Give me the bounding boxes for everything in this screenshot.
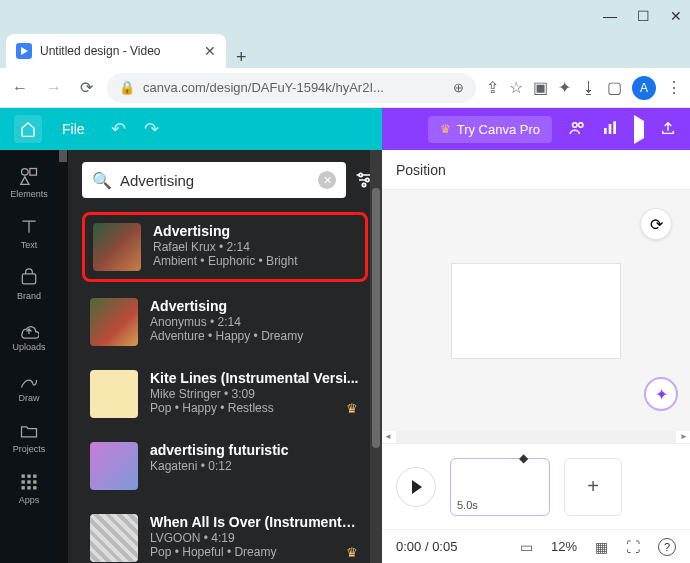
add-clip-button[interactable]: + [564,458,622,516]
app-header: File ↶ ↷ ♛Try Canva Pro [0,108,690,150]
zoom-icon[interactable]: ⊕ [453,80,464,95]
canvas-stage[interactable]: ⟳ ✦ [382,190,690,431]
download-icon[interactable]: ⭳ [581,79,597,97]
profile-avatar[interactable]: A [632,76,656,100]
track-tags: Pop • Happy • Restless [150,401,360,415]
track-item[interactable]: AdvertisingAnonymus • 2:14Adventure • Ha… [82,290,368,354]
maximize-button[interactable]: ☐ [637,8,650,24]
rail-text[interactable]: Text [0,209,58,258]
magic-button[interactable]: ✦ [644,377,678,411]
fullscreen-icon[interactable]: ⛶ [626,539,640,555]
share-button[interactable] [660,120,676,139]
grid-view-icon[interactable]: ▦ [595,539,608,555]
search-input[interactable] [120,172,310,189]
track-tags: Pop • Hopeful • Dreamy [150,545,360,559]
rail-uploads[interactable]: Uploads [0,311,58,360]
redo-icon[interactable]: ↷ [144,118,159,140]
svg-rect-4 [609,124,612,134]
svg-rect-5 [613,121,616,134]
track-tags: Adventure • Happy • Dreamy [150,329,360,343]
rail-apps[interactable]: Apps [0,464,58,513]
svg-rect-3 [604,128,607,134]
position-button[interactable]: Position [396,162,446,178]
play-icon [412,480,422,494]
pro-badge-icon: ♛ [346,401,358,416]
track-tags: Ambient • Euphoric • Bright [153,254,357,268]
track-meta: Rafael Krux • 2:14 [153,240,357,254]
rail-projects[interactable]: Projects [0,413,58,462]
browser-tabs: Untitled design - Video ✕ + [0,32,690,68]
close-window-button[interactable]: ✕ [670,8,682,24]
present-button[interactable] [634,121,644,138]
svg-point-20 [366,178,369,181]
kebab-menu-icon[interactable]: ⋮ [666,78,682,97]
address-bar[interactable]: 🔒 canva.com/design/DAFuY-1594k/hyAr2I...… [107,73,476,103]
new-tab-button[interactable]: + [226,47,257,68]
timeline-clip[interactable]: ◆ 5.0s [450,458,550,516]
browser-tab-active[interactable]: Untitled design - Video ✕ [6,34,226,68]
svg-point-19 [359,173,362,176]
panel-scrollbar[interactable] [370,150,382,563]
track-item[interactable]: Kite Lines (Instrumental Versi...Mike St… [82,362,368,426]
tab-title: Untitled design - Video [40,44,196,58]
analytics-icon[interactable] [602,120,618,139]
canvas-horizontal-scrollbar[interactable] [396,431,676,443]
side-rail: Elements Text Brand Uploads Draw Project… [0,150,58,563]
svg-point-1 [573,122,578,127]
close-tab-icon[interactable]: ✕ [204,43,216,59]
extension-icon[interactable]: ▣ [533,78,548,97]
svg-rect-9 [22,274,35,284]
track-item[interactable]: AdvertisingRafael Krux • 2:14Ambient • E… [82,212,368,282]
track-item[interactable]: When All Is Over (Instrumenta...LVGOON •… [82,506,368,563]
forward-button[interactable]: → [42,75,66,101]
track-thumbnail [90,298,138,346]
svg-rect-11 [27,475,30,478]
reader-icon[interactable]: ▢ [607,78,622,97]
zoom-level[interactable]: 12% [551,539,577,554]
panel-left-scrollbar[interactable] [58,150,68,563]
playhead-marker: ◆ [519,451,528,465]
help-icon[interactable]: ? [658,538,676,556]
svg-marker-8 [21,177,29,185]
track-info: Kite Lines (Instrumental Versi...Mike St… [150,370,360,418]
bookmark-icon[interactable]: ☆ [509,78,523,97]
time-display: 0:00 / 0:05 [396,539,457,554]
undo-icon[interactable]: ↶ [111,118,126,140]
track-title: When All Is Over (Instrumenta... [150,514,360,530]
timeline-play-button[interactable] [396,467,436,507]
clear-search-icon[interactable]: ✕ [318,171,336,189]
app-header-left: File ↶ ↷ [0,108,382,150]
track-item[interactable]: advertising futuristicKagateni • 0:12 [82,434,368,498]
play-icon [634,115,644,144]
rail-draw[interactable]: Draw [0,362,58,411]
reload-button[interactable]: ⟳ [76,74,97,101]
rail-brand[interactable]: Brand [0,260,58,309]
lock-icon: 🔒 [119,80,135,95]
try-pro-button[interactable]: ♛Try Canva Pro [428,116,552,143]
rail-elements[interactable]: Elements [0,158,58,207]
search-icon: 🔍 [92,171,112,190]
track-meta: Anonymus • 2:14 [150,315,360,329]
track-thumbnail [90,370,138,418]
file-menu[interactable]: File [62,121,85,137]
share-icon[interactable]: ⇪ [486,78,499,97]
svg-rect-18 [33,486,36,489]
notes-icon[interactable]: ▭ [520,539,533,555]
window-controls: ― ☐ ✕ [0,0,690,32]
home-icon[interactable] [14,115,42,143]
collaborators-icon[interactable] [568,119,586,140]
search-box[interactable]: 🔍 ✕ [82,162,346,198]
back-button[interactable]: ← [8,75,32,101]
results-list: AdvertisingRafael Krux • 2:14Ambient • E… [82,212,368,563]
app-header-right: ♛Try Canva Pro [382,108,690,150]
track-info: advertising futuristicKagateni • 0:12 [150,442,360,490]
clip-duration: 5.0s [457,499,478,511]
timeline: ◆ 5.0s + [382,443,690,529]
minimize-button[interactable]: ― [603,8,617,24]
puzzle-icon[interactable]: ✦ [558,78,571,97]
rotate-button[interactable]: ⟳ [640,208,672,240]
canvas-page[interactable] [451,263,621,359]
search-row: 🔍 ✕ [82,162,368,198]
track-title: Advertising [150,298,360,314]
svg-point-2 [579,122,584,127]
